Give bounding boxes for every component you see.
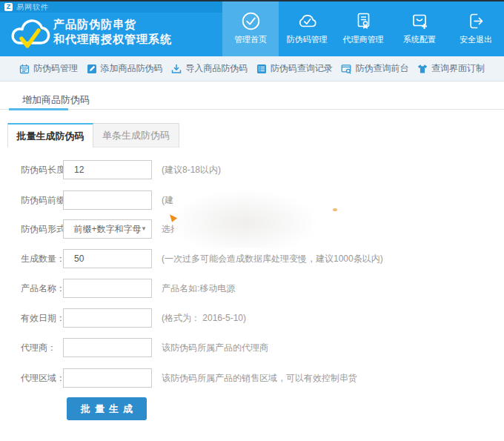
field-hint: 选择	[162, 219, 179, 239]
subnav-label: 防伪码查询记录	[271, 62, 333, 75]
app-title: 产品防伪防串货 和代理商授权管理系统	[53, 17, 172, 47]
cloud-check-icon	[297, 11, 317, 31]
circle-check-icon	[241, 11, 261, 31]
subnav-label: 防伪码管理	[33, 62, 78, 75]
field-hint: 该防伪码所属产品的代理商	[162, 338, 268, 357]
import-icon	[171, 64, 182, 74]
nav-item-system-config[interactable]: 系统配置	[391, 1, 448, 56]
logout-icon	[466, 11, 486, 31]
chevron-down-icon: ▼	[141, 220, 147, 238]
code-length-input[interactable]	[63, 160, 152, 179]
subnav-item-code-manage[interactable]: 防伪码管理	[19, 62, 78, 75]
cloud-logo-icon	[10, 16, 50, 52]
page-title-row: 增加商品防伪码	[0, 89, 504, 110]
nav-label: 管理首页	[234, 34, 267, 45]
field-code-format: 防伪码形式： 前缀+数字和字母 ▼ 选择	[0, 219, 504, 239]
field-product-name: 产品名称： 产品名如:移动电源	[0, 279, 504, 298]
app-header: Z 易网软件 产品防伪防串货 和代理商授权管理系统 管理首页 防伪码管理	[0, 1, 504, 56]
agent-input[interactable]	[63, 338, 152, 357]
calendar-icon	[19, 64, 30, 74]
app-title-line1: 产品防伪防串货	[53, 17, 172, 32]
field-valid-date: 有效日期： (格式为： 2016-5-10)	[0, 308, 504, 328]
brand-strip: Z 易网软件	[0, 1, 222, 13]
nav-label: 系统配置	[403, 34, 436, 45]
field-label: 产品名称：	[21, 279, 65, 298]
tab-bar: 批量生成防伪码 单条生成防伪码	[7, 123, 179, 147]
tab-single-generate[interactable]: 单条生成防伪码	[93, 123, 179, 147]
field-hint: (建议8-18以内)	[162, 160, 221, 179]
main-nav: 管理首页 防伪码管理 代理商管理	[222, 1, 504, 56]
field-code-length: 防伪码长度： (建议8-18以内)	[0, 160, 504, 179]
product-name-input[interactable]	[63, 279, 152, 298]
subnav-label: 防伪查询前台	[355, 62, 408, 75]
subnav: 防伪码管理 添加商品防伪码 导入商品防伪码 防伪码查询记录	[0, 56, 504, 82]
field-agent: 代理商： 该防伪码所属产品的代理商	[0, 338, 504, 357]
subnav-label: 导入商品防伪码	[185, 62, 248, 75]
tshirt-icon	[417, 64, 428, 74]
brand-name: 易网软件	[16, 2, 49, 13]
field-code-prefix: 防伪码前缀： (建	[0, 190, 504, 210]
nav-item-code-manage[interactable]: 防伪码管理	[279, 1, 335, 56]
certificate-icon	[354, 11, 374, 31]
nav-item-logout[interactable]: 安全退出	[448, 1, 504, 56]
browser-icon	[341, 64, 351, 74]
field-label: 代理区域：	[21, 368, 65, 388]
page-title: 增加商品防伪码	[22, 93, 90, 107]
field-hint: 该防伪码所属产品的销售区域，可以有效控制串货	[162, 368, 357, 388]
nav-label: 代理商管理	[343, 34, 384, 45]
valid-date-input[interactable]	[63, 308, 152, 328]
box-plus-icon	[410, 11, 430, 31]
edit-icon	[87, 64, 97, 74]
agent-region-input[interactable]	[63, 368, 152, 388]
field-generate-count: 生成数量： (一次过多可能会造成数据库处理变慢，建议1000条以内)	[0, 249, 504, 268]
nav-label: 安全退出	[460, 34, 492, 45]
subnav-label: 查询界面订制	[431, 62, 485, 75]
generate-count-input[interactable]	[63, 249, 152, 268]
nav-item-home[interactable]: 管理首页	[222, 1, 279, 56]
field-hint: (建	[162, 190, 173, 210]
field-hint: 产品名如:移动电源	[162, 279, 235, 298]
subnav-item-import-code[interactable]: 导入商品防伪码	[171, 62, 248, 75]
field-hint: (一次过多可能会造成数据库处理变慢，建议1000条以内)	[162, 249, 383, 268]
batch-generate-button[interactable]: 批量生成	[67, 397, 147, 420]
subnav-item-ui-customize[interactable]: 查询界面订制	[417, 62, 485, 75]
code-format-selected-value: 前缀+数字和字母	[73, 224, 141, 234]
nav-item-agent-manage[interactable]: 代理商管理	[335, 1, 391, 56]
code-prefix-input[interactable]	[63, 190, 152, 210]
title-accent-bar	[9, 108, 68, 110]
brand-logo-icon: Z	[4, 3, 13, 11]
field-label: 生成数量：	[21, 249, 65, 268]
subnav-label: 添加商品防伪码	[101, 62, 163, 75]
tab-batch-generate[interactable]: 批量生成防伪码	[7, 123, 93, 147]
subnav-item-query-front[interactable]: 防伪查询前台	[341, 62, 408, 75]
app-logo	[10, 16, 50, 52]
code-format-select[interactable]: 前缀+数字和字母 ▼	[63, 219, 152, 239]
subnav-item-query-records[interactable]: 防伪码查询记录	[256, 62, 333, 75]
field-hint: (格式为： 2016-5-10)	[162, 308, 246, 328]
field-label: 代理商：	[21, 338, 56, 357]
field-label: 有效日期：	[21, 308, 65, 328]
app-title-line2: 和代理商授权管理系统	[53, 32, 172, 47]
subnav-item-add-code[interactable]: 添加商品防伪码	[87, 62, 163, 75]
table-icon	[256, 64, 267, 74]
field-agent-region: 代理区域： 该防伪码所属产品的销售区域，可以有效控制串货	[0, 368, 504, 388]
nav-label: 防伪码管理	[287, 34, 328, 45]
